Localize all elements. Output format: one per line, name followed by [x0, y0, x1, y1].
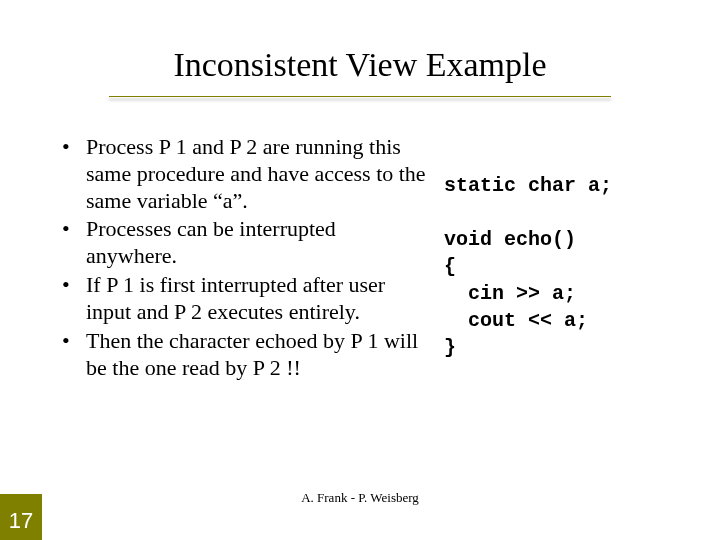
- code-line: }: [444, 336, 456, 359]
- code-block: static char a; void echo() { cin >> a; c…: [426, 134, 676, 383]
- code-line: cin >> a;: [444, 282, 576, 305]
- bullet-list: Process P 1 and P 2 are running this sam…: [56, 134, 426, 381]
- code-line: static char a;: [444, 174, 612, 197]
- bullet-item: Processes can be interrupted anywhere.: [56, 216, 426, 270]
- title-underline: [109, 96, 611, 97]
- slide-title: Inconsistent View Example: [0, 46, 720, 84]
- content-area: Process P 1 and P 2 are running this sam…: [56, 134, 676, 383]
- code-line: cout << a;: [444, 309, 588, 332]
- code-line: {: [444, 255, 456, 278]
- slide-number: 17: [0, 494, 42, 540]
- slide: Inconsistent View Example Process P 1 an…: [0, 0, 720, 540]
- bullets-column: Process P 1 and P 2 are running this sam…: [56, 134, 426, 383]
- bullet-item: If P 1 is first interrupted after user i…: [56, 272, 426, 326]
- footer-author: A. Frank - P. Weisberg: [0, 490, 720, 506]
- bullet-item: Process P 1 and P 2 are running this sam…: [56, 134, 426, 214]
- code-line: void echo(): [444, 228, 576, 251]
- bullet-item: Then the character echoed by P 1 will be…: [56, 328, 426, 382]
